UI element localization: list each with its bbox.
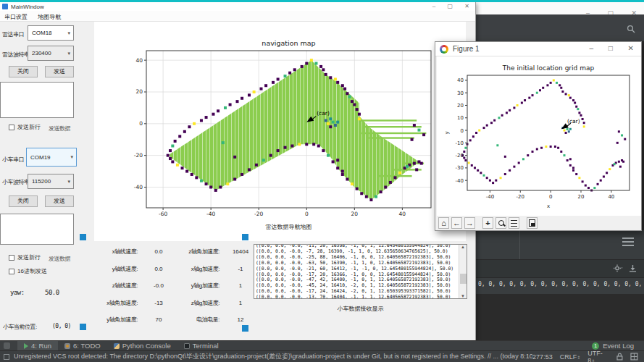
radar-baud-label: 雷达波特率 <box>2 51 30 59</box>
radar-baud-combo[interactable]: 230400▾ <box>28 46 74 61</box>
mw-minimize-button[interactable]: – <box>432 3 435 9</box>
figure1-titlebar: Figure 1 – □ ✕ <box>435 42 641 56</box>
svg-text:-20: -20 <box>134 152 143 159</box>
car-send-button[interactable]: 发送 <box>45 195 74 207</box>
car-baud-combo[interactable]: 115200▾ <box>28 174 74 189</box>
svg-text:-10: -10 <box>456 140 464 146</box>
chevron-down-icon: ▾ <box>70 154 73 160</box>
radar-close-button[interactable]: 关闭 <box>9 66 38 77</box>
splitter-handle[interactable] <box>80 324 86 330</box>
lock-icon[interactable] <box>616 353 623 361</box>
radar-newline-checkbox[interactable]: 发送新行 <box>9 123 41 131</box>
telemetry-row: y轴角加速度:70 <box>85 311 180 329</box>
toolwindow-toggle-icon[interactable] <box>4 354 9 360</box>
telemetry-row: x轴线速度:0.0 <box>85 243 180 261</box>
telemetry-col1: x轴线速度:0.0y轴线速度:0.0z轴线速度:-0.0x轴角加速度:-13y轴… <box>85 243 180 329</box>
radar-senddata-label: 发送数据 <box>49 125 70 132</box>
import-icon[interactable] <box>629 264 637 272</box>
splitter-handle[interactable] <box>80 234 86 240</box>
scroll-up-icon[interactable]: ▲ <box>459 245 467 249</box>
radar-send-textbox[interactable] <box>0 82 74 118</box>
svg-text:-30: -30 <box>456 165 464 171</box>
telemetry-row: y轴线速度:0.0 <box>85 261 180 278</box>
svg-text:40: 40 <box>399 211 406 217</box>
menu-map-navigation[interactable]: 地图导航 <box>33 11 65 21</box>
tab-run[interactable]: 4: Run <box>17 341 58 351</box>
car-newline-checkbox[interactable]: 发送新行 <box>9 253 41 261</box>
caret-position[interactable]: 277:53 <box>532 353 553 361</box>
telemetry-label: z轴线速度: <box>85 282 138 290</box>
telemetry-label: x轴线速度: <box>85 248 138 256</box>
car-send-textbox[interactable] <box>0 214 74 245</box>
checkbox-icon <box>9 255 14 261</box>
menu-serial-settings[interactable]: 串口设置 <box>0 11 32 21</box>
console-toolbar <box>475 259 644 278</box>
python-console-icon <box>114 343 120 349</box>
gear-icon[interactable] <box>614 264 623 272</box>
file-encoding[interactable]: UTF-8 <box>587 350 603 362</box>
car-position-label: 小车当前位置: <box>3 323 37 331</box>
car-data-log[interactable]: ([0.0, 0.0, -0.0, -11, 20, 16398, -1, 0,… <box>254 244 467 299</box>
figure1-window: Figure 1 – □ ✕ -40-2002040-40-30-20-1001… <box>435 41 642 231</box>
scroll-thumb[interactable] <box>460 274 467 284</box>
tab-python-console[interactable]: Python Console <box>107 341 177 351</box>
matplotlib-toolbar: ⌂ ← → + <box>437 216 641 230</box>
tool-access-icon[interactable] <box>4 342 10 349</box>
ide-toolbar <box>475 14 644 41</box>
save-icon[interactable] <box>527 217 538 229</box>
fig-maximize-button[interactable]: □ <box>609 44 613 52</box>
chevron-down-icon: ▾ <box>67 179 70 185</box>
mainwindow-app: MainWindow – ▢ ✕ 串口设置 地图导航 雷达串口 COM18▾ 雷… <box>0 2 476 340</box>
search-icon[interactable] <box>627 25 635 33</box>
hamburger-menu-icon[interactable] <box>622 237 634 248</box>
telemetry-label: 电池电量: <box>170 316 219 324</box>
forward-icon[interactable]: → <box>464 217 475 229</box>
radar-send-button[interactable]: 发送 <box>45 66 74 77</box>
svg-text:The initial location grid map: The initial location grid map <box>502 64 595 72</box>
yaw-label: yaw: <box>10 289 25 296</box>
mw-maximize-button[interactable]: ▢ <box>448 3 453 9</box>
zoom-icon[interactable] <box>495 217 506 229</box>
terminal-icon <box>184 343 190 349</box>
fig-close-button[interactable]: ✕ <box>628 44 634 52</box>
log-scrollbar[interactable]: ▲ ▼ <box>459 245 467 298</box>
hex-send-checkbox[interactable]: 16进制发送 <box>9 267 47 275</box>
line-separator[interactable]: CRLF <box>560 353 577 361</box>
indicator-icon[interactable] <box>630 353 638 361</box>
telemetry-label: y轴线速度: <box>85 265 138 273</box>
telemetry-row: z轴角加速度:16404 <box>170 243 262 261</box>
telemetry-row: y轴g加速度:1 <box>170 277 262 295</box>
splitter-handle[interactable] <box>242 234 248 240</box>
telemetry-label: y轴角加速度: <box>85 316 138 324</box>
yaw-value: 50.0 <box>45 289 59 296</box>
svg-text:40: 40 <box>457 77 464 83</box>
mw-close-button[interactable]: ✕ <box>464 3 469 9</box>
checkbox-icon <box>9 269 14 274</box>
scroll-down-icon[interactable]: ▼ <box>461 294 465 298</box>
ide-titlebar: – ▢ ✕ <box>475 2 644 14</box>
svg-text:0: 0 <box>549 194 552 200</box>
pan-icon[interactable]: + <box>482 217 493 229</box>
home-icon[interactable]: ⌂ <box>438 217 449 229</box>
window-title: MainWindow <box>11 4 44 10</box>
vcs-status-message[interactable]: Unregistered VCS root detected: The dire… <box>14 352 532 361</box>
event-log-button[interactable]: 1 Event Log <box>592 342 644 350</box>
splitter-handle[interactable] <box>242 325 248 332</box>
svg-text:40: 40 <box>608 194 614 200</box>
back-icon[interactable]: ← <box>451 217 462 229</box>
radar-port-combo[interactable]: COM18▾ <box>28 25 74 41</box>
svg-text:y: y <box>444 131 450 134</box>
car-close-button[interactable]: 关闭 <box>9 195 38 207</box>
chevron-down-icon: ▾ <box>67 30 70 36</box>
tab-todo[interactable]: 6: TODO <box>58 341 107 351</box>
svg-text:20: 20 <box>457 103 464 109</box>
telemetry-label: y轴g加速度: <box>170 282 219 290</box>
subplots-config-icon[interactable] <box>509 217 519 229</box>
car-port-combo[interactable]: COM19▾ <box>26 148 77 167</box>
svg-text:-20: -20 <box>254 211 263 217</box>
svg-text:(car): (car) <box>567 118 580 125</box>
fig-minimize-button[interactable]: – <box>589 44 593 52</box>
tab-terminal[interactable]: Terminal <box>177 341 225 351</box>
status-bar: Unregistered VCS root detected: The dire… <box>0 350 644 362</box>
svg-text:20: 20 <box>351 211 359 217</box>
